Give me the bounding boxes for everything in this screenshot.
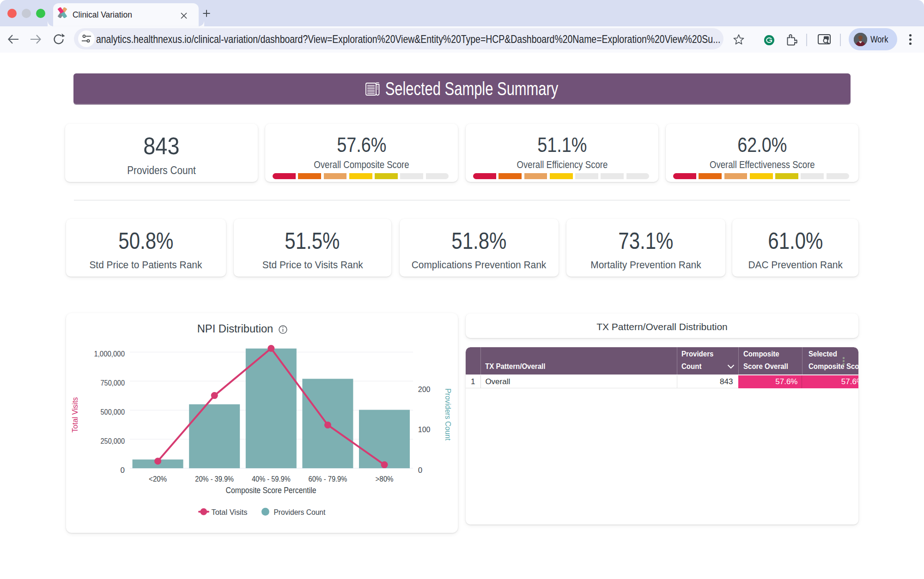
svg-text:Providers Count: Providers Count — [444, 388, 452, 440]
svg-text:250,000: 250,000 — [101, 437, 125, 446]
svg-text:750,000: 750,000 — [101, 379, 125, 387]
svg-text:Providers Count: Providers Count — [274, 508, 325, 517]
svg-text:200: 200 — [418, 385, 431, 394]
svg-text:0: 0 — [121, 466, 125, 475]
svg-text:20% - 39.9%: 20% - 39.9% — [195, 475, 234, 483]
svg-text:>80%: >80% — [376, 475, 394, 483]
svg-text:60% - 79.9%: 60% - 79.9% — [309, 475, 347, 483]
svg-text:Total Visits: Total Visits — [71, 397, 79, 433]
svg-text:40% - 59.9%: 40% - 59.9% — [252, 475, 291, 483]
svg-text:500,000: 500,000 — [101, 408, 125, 416]
svg-text:Total Visits: Total Visits — [212, 508, 248, 517]
svg-text:100: 100 — [418, 425, 431, 434]
svg-text:0: 0 — [418, 466, 422, 475]
svg-text:1,000,000: 1,000,000 — [94, 350, 125, 358]
svg-text:Composite Score Percentile: Composite Score Percentile — [226, 486, 316, 495]
svg-text:<20%: <20% — [149, 475, 167, 483]
svg-text:NPI Distribution: NPI Distribution — [197, 323, 274, 335]
